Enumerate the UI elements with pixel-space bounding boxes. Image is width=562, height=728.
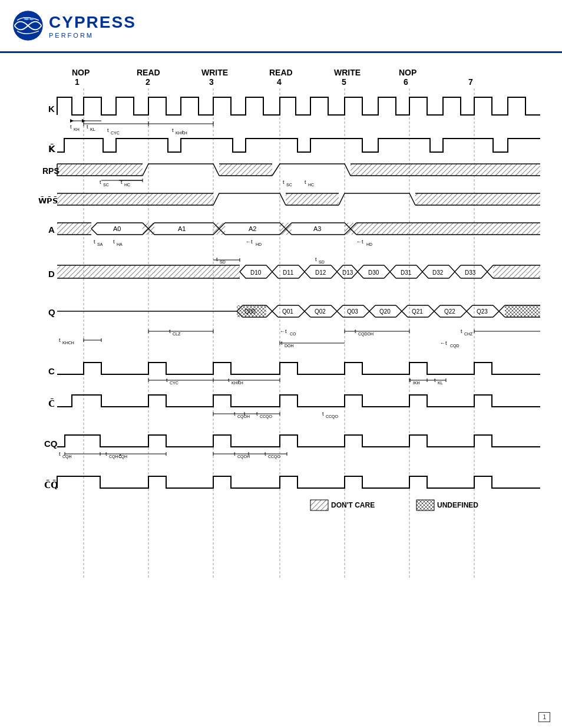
svg-text:t: t: [305, 179, 306, 185]
svg-text:1: 1: [75, 77, 80, 87]
svg-rect-83: [345, 223, 540, 235]
svg-text:CQOH: CQOH: [237, 454, 250, 459]
svg-text:CCQO: CCQO: [260, 414, 273, 419]
svg-rect-126: [505, 305, 540, 317]
svg-text:CCQO: CCQO: [326, 414, 339, 419]
svg-text:WRITE: WRITE: [201, 68, 228, 77]
svg-text:CO: CO: [290, 332, 296, 336]
svg-text:5: 5: [342, 77, 346, 87]
svg-text:NOP: NOP: [72, 68, 90, 77]
cypress-logo-icon: [12, 9, 44, 42]
svg-text:t: t: [94, 239, 95, 245]
svg-text:CQOH: CQOH: [237, 414, 250, 419]
svg-text:Q01: Q01: [282, 308, 293, 315]
svg-text:D30: D30: [368, 269, 379, 276]
svg-text:t: t: [59, 451, 61, 457]
svg-rect-63: [57, 193, 213, 205]
timing-diagram-container: NOP 1 READ 2 WRITE 3 READ 4 WRITE 5 NOP …: [0, 53, 562, 701]
svg-text:UNDEFINED: UNDEFINED: [437, 501, 478, 509]
svg-text:CQD: CQD: [450, 344, 459, 348]
svg-text:SD: SD: [220, 260, 226, 264]
svg-rect-48: [351, 164, 540, 176]
svg-text:Q: Q: [48, 307, 55, 317]
svg-text:WRITE: WRITE: [334, 68, 361, 77]
svg-text:t: t: [283, 179, 285, 185]
svg-text:KHK̄H: KHK̄H: [232, 381, 243, 385]
svg-text:KL: KL: [90, 127, 95, 131]
svg-text:Q20: Q20: [379, 308, 391, 315]
svg-text:SD: SD: [319, 260, 325, 264]
svg-text:HC: HC: [124, 183, 130, 187]
svg-text:t: t: [107, 127, 109, 133]
page-number: 1: [538, 712, 550, 722]
svg-text:←t: ←t: [440, 340, 447, 346]
timing-diagram-svg: NOP 1 READ 2 WRITE 3 READ 4 WRITE 5 NOP …: [16, 65, 546, 625]
svg-text:t: t: [461, 328, 462, 334]
svg-text:t: t: [87, 124, 88, 130]
svg-text:KL: KL: [438, 381, 443, 385]
svg-text:DON'T CARE: DON'T CARE: [331, 501, 375, 509]
svg-text:6: 6: [404, 77, 408, 87]
svg-text:CHZ: CHZ: [464, 332, 473, 336]
svg-text:t: t: [100, 179, 101, 185]
svg-text:A1: A1: [178, 225, 186, 232]
company-tagline: PERFORM: [49, 32, 136, 39]
svg-text:CQDOH: CQDOH: [358, 332, 373, 337]
svg-text:KHK̄H: KHK̄H: [176, 131, 187, 135]
svg-text:A: A: [48, 225, 55, 235]
svg-text:CQ: CQ: [44, 439, 58, 449]
logo-text: CYPRESS PERFORM: [49, 13, 136, 39]
svg-text:SC: SC: [286, 183, 292, 187]
svg-text:t: t: [70, 124, 72, 130]
svg-text:D31: D31: [401, 269, 412, 276]
svg-text:NOP: NOP: [399, 68, 416, 77]
svg-text:t: t: [172, 127, 174, 133]
svg-rect-110: [493, 265, 540, 278]
svg-rect-95: [57, 265, 240, 278]
svg-text:←t: ←t: [280, 328, 287, 334]
svg-rect-207: [310, 500, 328, 510]
svg-text:2: 2: [146, 77, 150, 87]
svg-rect-45: [219, 164, 272, 176]
svg-text:CQHC̄QH: CQHC̄QH: [109, 454, 127, 459]
svg-text:SC: SC: [103, 183, 109, 187]
svg-text:READ: READ: [269, 68, 293, 77]
svg-text:HA: HA: [117, 242, 123, 246]
svg-text:W̄P̄S̄: W̄P̄S̄: [38, 196, 58, 205]
svg-text:D33: D33: [465, 269, 476, 276]
svg-text:Q21: Q21: [412, 308, 423, 315]
svg-text:C̄Q̄: C̄Q̄: [44, 480, 58, 490]
svg-text:t: t: [113, 239, 115, 245]
svg-rect-43: [57, 164, 143, 176]
svg-text:←t: ←t: [356, 239, 363, 245]
svg-text:7: 7: [468, 77, 473, 87]
svg-text:HD: HD: [366, 242, 372, 246]
svg-text:3: 3: [209, 77, 214, 87]
svg-text:DOH: DOH: [285, 344, 294, 348]
svg-text:CQH: CQH: [62, 454, 72, 459]
svg-rect-66: [286, 193, 339, 205]
page-header: CYPRESS PERFORM: [0, 0, 562, 53]
svg-text:C̄: C̄: [48, 398, 55, 409]
svg-text:D: D: [48, 269, 55, 279]
svg-text:IKH: IKH: [413, 381, 420, 385]
svg-text:t: t: [322, 411, 324, 417]
svg-text:CYC: CYC: [170, 381, 178, 385]
svg-text:KHCH: KHCH: [62, 341, 74, 345]
svg-text:HC: HC: [308, 183, 314, 187]
svg-text:←t: ←t: [246, 239, 253, 245]
logo-area: CYPRESS PERFORM: [12, 9, 136, 42]
svg-text:HD: HD: [256, 242, 262, 246]
svg-text:CCQO: CCQO: [268, 454, 281, 459]
svg-text:A3: A3: [313, 225, 321, 232]
svg-rect-69: [415, 193, 540, 205]
svg-text:A2: A2: [249, 225, 256, 232]
svg-text:D12: D12: [315, 269, 326, 276]
svg-text:K: K: [48, 104, 55, 114]
svg-text:D13: D13: [342, 269, 353, 276]
svg-text:SA: SA: [97, 242, 103, 246]
svg-text:CYC: CYC: [111, 131, 120, 135]
svg-text:K̄: K̄: [48, 144, 56, 154]
svg-text:Q00: Q00: [244, 308, 256, 315]
svg-text:t: t: [315, 256, 317, 262]
